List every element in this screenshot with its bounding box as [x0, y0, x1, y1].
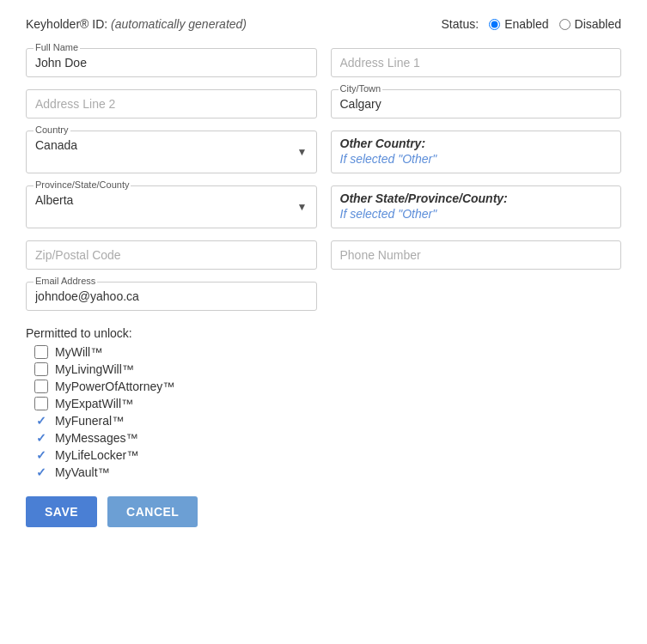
checkbox-list: MyWill™MyLivingWill™MyPowerOfAttorney™My… [34, 345, 621, 479]
full-name-field: Full Name [26, 48, 317, 77]
address2-field [26, 89, 317, 118]
list-item: MyPowerOfAttorney™ [34, 380, 621, 393]
status-label: Status: [442, 17, 479, 31]
checkmark-icon: ✓ [34, 431, 48, 445]
keyholder-id: Keyholder® ID: (automatically generated) [26, 17, 247, 31]
list-item: MyWill™ [34, 345, 621, 359]
province-field: Province/State/County Alberta British Co… [26, 185, 317, 228]
disabled-radio[interactable] [559, 19, 571, 30]
checkmark-icon: ✓ [34, 465, 48, 479]
full-name-label: Full Name [34, 42, 80, 52]
city-field: City/Town [331, 89, 622, 118]
checkmark-icon: ✓ [34, 448, 48, 462]
permit-item-label: MyVault™ [55, 465, 110, 479]
other-province-label: Other State/Province/County: [340, 191, 508, 205]
enabled-option[interactable]: Enabled [489, 17, 548, 31]
other-country-input[interactable] [340, 150, 613, 167]
permit-checkbox[interactable] [34, 397, 48, 410]
zip-field [26, 240, 317, 270]
enabled-label: Enabled [504, 17, 548, 31]
phone-input[interactable] [340, 246, 613, 264]
zip-input[interactable] [35, 246, 308, 264]
disabled-option[interactable]: Disabled [559, 17, 621, 31]
button-row: SAVE CANCEL [26, 496, 621, 527]
permit-checkbox[interactable] [34, 380, 48, 393]
province-label: Province/State/County [34, 179, 131, 190]
permit-item-label: MyWill™ [55, 345, 102, 359]
other-province-input[interactable] [340, 205, 613, 222]
country-label: Country [34, 125, 70, 135]
list-item: MyExpatWill™ [34, 397, 621, 410]
header-row: Keyholder® ID: (automatically generated)… [26, 17, 621, 31]
phone-field [331, 240, 622, 270]
other-country-field: Other Country: [331, 131, 622, 173]
country-select[interactable]: Canada United States United Kingdom Aust… [35, 137, 308, 154]
list-item: ✓MyLifeLocker™ [34, 448, 621, 462]
list-item: ✓MyFuneral™ [34, 414, 621, 428]
permit-item-label: MyMessages™ [55, 431, 137, 445]
permitted-title: Permitted to unlock: [26, 326, 621, 340]
full-name-input[interactable] [35, 54, 308, 71]
keyholder-auto: (automatically generated) [111, 17, 247, 31]
permit-item-label: MyLivingWill™ [55, 362, 134, 376]
address1-field [331, 48, 622, 77]
country-field: Country Canada United States United King… [26, 131, 317, 173]
city-label: City/Town [339, 83, 383, 94]
permit-checkbox[interactable] [34, 362, 48, 376]
disabled-label: Disabled [575, 17, 621, 31]
address2-input[interactable] [35, 95, 308, 112]
permit-item-label: MyPowerOfAttorney™ [55, 380, 174, 393]
other-province-field: Other State/Province/County: [331, 185, 622, 228]
cancel-button[interactable]: CANCEL [107, 496, 198, 527]
save-button[interactable]: SAVE [26, 496, 97, 527]
city-input[interactable] [340, 95, 613, 112]
address1-input[interactable] [340, 54, 613, 71]
checkmark-icon: ✓ [34, 414, 48, 428]
permit-item-label: MyLifeLocker™ [55, 448, 138, 462]
permit-checkbox[interactable] [34, 345, 48, 359]
email-input[interactable] [35, 288, 308, 305]
permit-item-label: MyExpatWill™ [55, 397, 133, 410]
list-item: MyLivingWill™ [34, 362, 621, 376]
list-item: ✓MyVault™ [34, 465, 621, 479]
permitted-section: Permitted to unlock: MyWill™MyLivingWill… [26, 326, 621, 479]
province-select[interactable]: Alberta British Columbia Ontario Quebec … [35, 191, 308, 209]
permit-item-label: MyFuneral™ [55, 414, 124, 428]
email-field: Email Address [26, 282, 317, 311]
email-label: Email Address [34, 276, 97, 286]
other-country-label: Other Country: [340, 137, 426, 150]
form-grid: Full Name City/Town Country Canada Unite… [26, 48, 621, 311]
enabled-radio[interactable] [489, 19, 500, 30]
keyholder-prefix: Keyholder® ID: [26, 17, 111, 31]
list-item: ✓MyMessages™ [34, 431, 621, 445]
status-row: Status: Enabled Disabled [442, 17, 621, 31]
